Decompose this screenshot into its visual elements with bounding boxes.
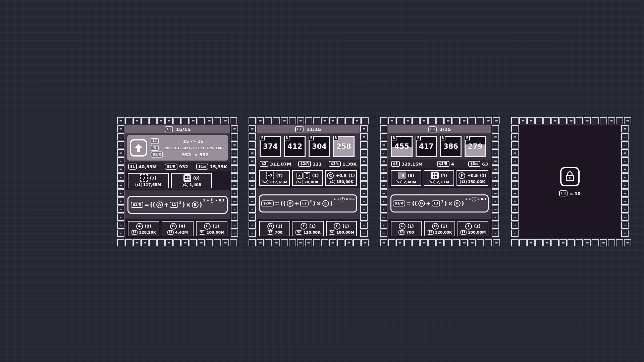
upgrade-cell-value-button[interactable]: ^6(5) $32,40M	[391, 170, 421, 186]
upgrade-cell-value-button[interactable]: 7(7) $1117,65M	[128, 173, 169, 188]
reward-cell[interactable]: R417	[416, 136, 437, 157]
reward-cell[interactable]: R258	[333, 136, 355, 157]
var-b-icon: B	[192, 201, 199, 208]
upgrade-count: (1)	[312, 173, 319, 178]
upgrade-count: (5)	[408, 173, 414, 178]
frame-tick: =	[249, 214, 256, 221]
frame-tick: =	[492, 222, 499, 229]
per-run-value: 932	[179, 164, 188, 169]
frame-tick: -	[117, 133, 124, 140]
frame-tick: =	[249, 181, 256, 189]
frame-tick: -	[117, 141, 124, 148]
var-f-button[interactable]: F(1) $2100,00M	[326, 221, 357, 236]
exp-prefix: 1 +	[203, 198, 209, 202]
frame-tick: =	[396, 239, 404, 246]
per-run-value: 4	[451, 162, 454, 167]
frame-tick: -	[492, 197, 499, 205]
cell-value: 258	[336, 142, 351, 150]
frame-tick: =	[117, 205, 124, 213]
frame-tick: -	[149, 117, 157, 124]
frame-tick: -	[380, 197, 387, 205]
var-b-button[interactable]: B(4) $14,42M	[162, 221, 193, 236]
frame-tick: -	[621, 181, 629, 189]
stats-row: $3329,15M $3/R4 $3/s63	[388, 160, 491, 168]
frame-tick: -	[249, 133, 256, 140]
var-g-button[interactable]: G(1) $3700	[391, 221, 422, 236]
per-run-stat: $3/R4	[437, 161, 454, 167]
panel-l3: -=-=-=--=-=--== =-=--=-=--==--= --=-=--=…	[380, 117, 499, 246]
upgrade-grid-size-button[interactable]: (4) $32,17M	[424, 170, 454, 186]
upgrade-exponent-button[interactable]: C+0.5(1) $2150,00K	[325, 170, 357, 186]
frame-tick: =	[231, 141, 238, 148]
reward-cells-row: R455 R417 R386 R279	[388, 133, 491, 160]
cell-value: 412	[287, 142, 302, 150]
reward-cell[interactable]: R386	[440, 136, 462, 157]
frame-tick: -	[249, 141, 256, 148]
upgrade-grid-size-button[interactable]: (8) $11,40B	[171, 173, 212, 188]
frame-tick: -	[621, 141, 629, 148]
formula-section: $1/R=((A+L12)×B)1 +C× 0.1	[125, 190, 230, 219]
cost-badge: $2	[297, 180, 303, 184]
cost-badge: $3	[460, 230, 467, 235]
l1-badge: L1	[151, 138, 159, 144]
var-e-button[interactable]: E(1) $2120,00K	[292, 221, 323, 236]
reward-cell[interactable]: R455	[391, 136, 413, 157]
frame-tick: -	[249, 239, 256, 246]
reward-cell[interactable]: R304	[309, 136, 330, 157]
var-c-button[interactable]: C(1) $1100,00M	[196, 221, 227, 236]
frame-tick: -	[125, 117, 132, 124]
panel-locked: -==--=-=-=--=-= --=-=-=--=-=--= -=-=--=-…	[511, 117, 629, 246]
frame-tick: -	[511, 197, 519, 205]
reward-cell[interactable]: R374	[260, 136, 281, 157]
upgrade-preview-card[interactable]: L1 15 -> 15 R (190, 161, 145) -> (173, 1…	[127, 135, 228, 161]
per-run-badge: $3/R	[437, 161, 449, 167]
formula-exponent: 1 +C× 0.1	[203, 198, 224, 203]
frame-tick: =	[249, 125, 256, 132]
frame-tick: =	[222, 117, 229, 124]
exp-prefix: 1 +	[333, 197, 339, 201]
upgrade-count: (7)	[276, 173, 282, 178]
var-d-button[interactable]: D(1) $2700	[259, 221, 290, 236]
per-run-value: 121	[313, 162, 322, 167]
reward-cell[interactable]: R412	[284, 136, 306, 157]
frame-tick: -	[214, 117, 221, 124]
plus-sign: +	[294, 200, 299, 207]
var-i-button[interactable]: I(1) $3100,00M	[458, 221, 488, 236]
frame-tick: =	[321, 117, 328, 124]
var-cost: 100,00M	[336, 230, 354, 235]
upgrade-exponent-button[interactable]: F+0.5(1) $3150,00K	[457, 170, 488, 186]
frame-tick: -	[621, 157, 629, 165]
frame-tick: -	[273, 117, 280, 124]
frame-tick: -	[249, 189, 256, 197]
frame-tick: =	[624, 117, 631, 124]
frame-tick: =	[361, 239, 369, 246]
grid-size-icon	[431, 172, 439, 179]
var-a-button[interactable]: A(9) $1128,20K	[128, 221, 159, 236]
per-run-stat: $1/R932	[165, 164, 188, 170]
frame-tick: =	[345, 239, 353, 246]
currency-value: 311,07M	[270, 162, 291, 167]
panel-frame-bottom: --==--=-=-=--=-	[117, 239, 237, 246]
frame-tick: -	[511, 181, 519, 189]
frame-tick: -	[117, 197, 124, 205]
frame-tick: =	[485, 117, 492, 124]
frame-tick: =	[492, 205, 499, 213]
reward-cell[interactable]: R279	[465, 136, 486, 157]
upgrade-cell-value-button[interactable]: -7(7) $2117,65M	[259, 170, 290, 186]
cell-value-icon: -7	[266, 172, 274, 179]
preview-row-level: L1 15 -> 15	[151, 138, 225, 144]
frame-tick: =	[388, 117, 395, 124]
frame-tick: =	[157, 117, 165, 124]
upgrade-arrow-icon	[130, 139, 147, 157]
frame-tick: -	[281, 239, 288, 246]
var-count: (1)	[213, 224, 219, 229]
frame-tick: =	[380, 214, 387, 221]
var-g-icon: G	[399, 223, 406, 230]
var-h-button[interactable]: H(1) $3120,00K	[424, 221, 455, 236]
frame-tick: =	[231, 230, 238, 237]
cell-value: 417	[419, 142, 434, 150]
close-paren-2: )	[330, 200, 333, 207]
formula-level-badge: L3	[432, 200, 440, 206]
upgrade-speed-button[interactable]: x(1) $220,00K	[292, 170, 323, 186]
formula-exponent: 1 +F× 0.1	[333, 197, 355, 201]
